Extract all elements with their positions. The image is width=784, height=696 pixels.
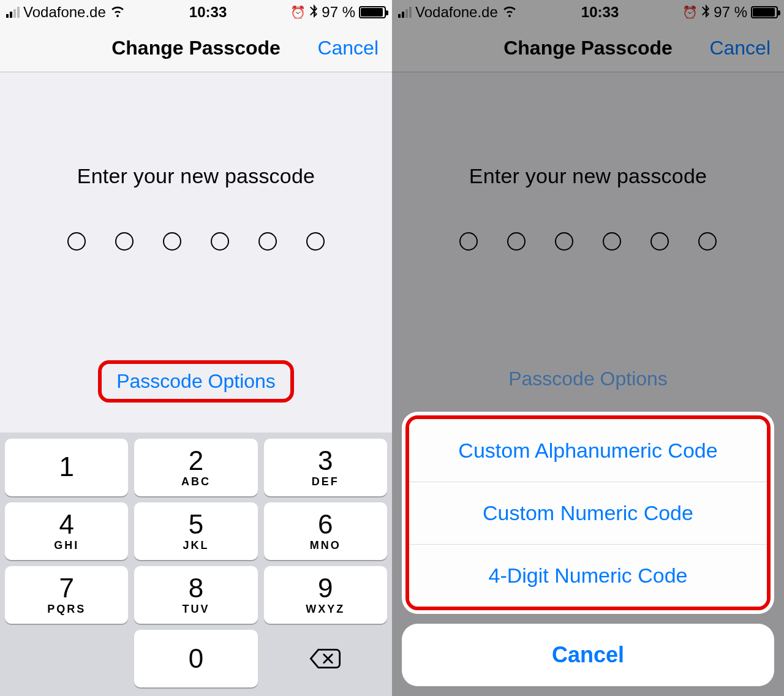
nav-header: Change Passcode Cancel bbox=[0, 25, 392, 72]
passcode-options-button[interactable]: Passcode Options bbox=[98, 360, 294, 403]
status-bar: Vodafone.de 10:33 ⏰ 97 % bbox=[0, 0, 392, 25]
cancel-button[interactable]: Cancel bbox=[709, 37, 771, 59]
carrier-label: Vodafone.de bbox=[415, 4, 498, 21]
key-4[interactable]: 4GHI bbox=[5, 502, 128, 560]
signal-icon bbox=[6, 7, 20, 18]
key-1[interactable]: 1 bbox=[5, 439, 128, 496]
prompt-area: Enter your new passcode bbox=[0, 72, 392, 251]
passcode-dots bbox=[392, 232, 784, 251]
bluetooth-icon bbox=[309, 4, 318, 21]
key-8[interactable]: 8TUV bbox=[134, 566, 257, 624]
key-blank bbox=[5, 630, 128, 687]
clock: 10:33 bbox=[581, 4, 619, 21]
alarm-icon: ⏰ bbox=[682, 5, 698, 20]
battery-icon bbox=[359, 6, 386, 18]
cancel-button[interactable]: Cancel bbox=[317, 37, 379, 59]
passcode-dot bbox=[211, 232, 229, 251]
backspace-icon bbox=[309, 646, 342, 671]
prompt-text: Enter your new passcode bbox=[0, 164, 392, 188]
passcode-dot bbox=[115, 232, 134, 251]
passcode-dot bbox=[163, 232, 181, 251]
clock: 10:33 bbox=[189, 4, 227, 21]
numeric-keypad: 1 2ABC 3DEF 4GHI 5JKL 6MNO 7PQRS 8TUV 9W… bbox=[0, 433, 392, 696]
page-title: Change Passcode bbox=[503, 37, 673, 59]
key-5[interactable]: 5JKL bbox=[134, 502, 257, 560]
passcode-dot bbox=[306, 232, 325, 251]
battery-icon bbox=[751, 6, 778, 18]
sheet-option-alphanumeric[interactable]: Custom Alphanumeric Code bbox=[409, 419, 767, 482]
key-7[interactable]: 7PQRS bbox=[5, 566, 128, 624]
passcode-dots bbox=[0, 232, 392, 251]
passcode-dot bbox=[555, 232, 573, 251]
alarm-icon: ⏰ bbox=[290, 5, 306, 20]
sheet-option-4digit[interactable]: 4-Digit Numeric Code bbox=[409, 544, 767, 607]
key-0[interactable]: 0 bbox=[134, 630, 257, 687]
passcode-dot bbox=[698, 232, 717, 251]
prompt-text: Enter your new passcode bbox=[392, 164, 784, 188]
screen-right: Vodafone.de 10:33 ⏰ 97 % Change Passcode… bbox=[392, 0, 784, 696]
battery-pct: 97 % bbox=[714, 4, 747, 21]
passcode-options-button[interactable]: Passcode Options bbox=[392, 368, 784, 390]
wifi-icon bbox=[502, 2, 518, 22]
prompt-area: Enter your new passcode bbox=[392, 72, 784, 251]
carrier-label: Vodafone.de bbox=[23, 4, 106, 21]
sheet-cancel-button[interactable]: Cancel bbox=[402, 624, 774, 686]
key-9[interactable]: 9WXYZ bbox=[264, 566, 387, 624]
passcode-dot bbox=[258, 232, 277, 251]
key-2[interactable]: 2ABC bbox=[134, 439, 257, 496]
passcode-dot bbox=[459, 232, 478, 251]
wifi-icon bbox=[110, 2, 126, 22]
passcode-dot bbox=[603, 232, 621, 251]
action-sheet: Custom Alphanumeric Code Custom Numeric … bbox=[402, 412, 774, 686]
passcode-dot bbox=[650, 232, 669, 251]
signal-icon bbox=[398, 7, 412, 18]
key-6[interactable]: 6MNO bbox=[264, 502, 387, 560]
key-3[interactable]: 3DEF bbox=[264, 439, 387, 496]
status-bar: Vodafone.de 10:33 ⏰ 97 % bbox=[392, 0, 784, 25]
battery-pct: 97 % bbox=[322, 4, 355, 21]
passcode-dot bbox=[67, 232, 86, 251]
passcode-dot bbox=[507, 232, 526, 251]
bluetooth-icon bbox=[701, 4, 710, 21]
page-title: Change Passcode bbox=[111, 37, 281, 59]
nav-header: Change Passcode Cancel bbox=[392, 25, 784, 72]
backspace-button[interactable] bbox=[264, 630, 387, 687]
screen-left: Vodafone.de 10:33 ⏰ 97 % Change Passcode… bbox=[0, 0, 392, 696]
sheet-option-numeric[interactable]: Custom Numeric Code bbox=[409, 482, 767, 544]
